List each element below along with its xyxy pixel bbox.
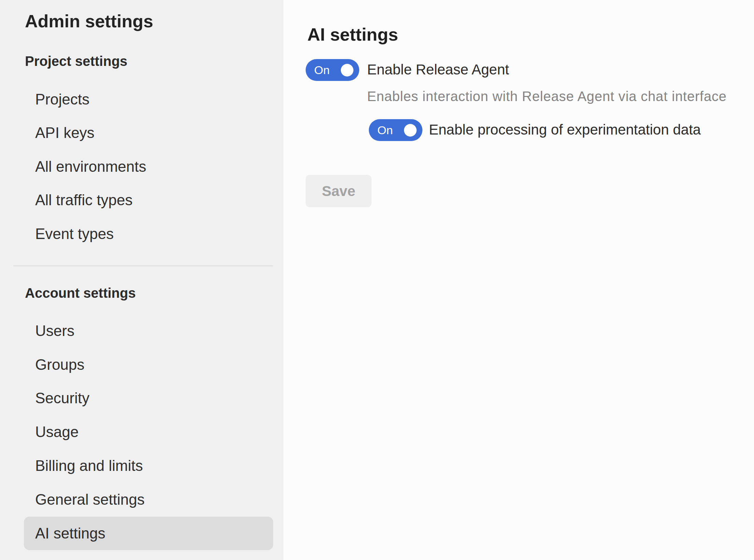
sidebar-item-ai-settings[interactable]: AI settings [24,517,273,550]
enable-experimentation-data-label: Enable processing of experimentation dat… [429,122,701,137]
admin-settings-sidebar: Admin settings Project settings Projects… [0,0,283,560]
sidebar-item-usage[interactable]: Usage [35,424,79,440]
sidebar-item-api-keys[interactable]: API keys [35,125,95,141]
sidebar-section-divider [13,265,273,266]
sidebar-item-all-traffic-types[interactable]: All traffic types [35,192,132,208]
page-title: AI settings [307,25,398,44]
enable-release-agent-description: Enables interaction with Release Agent v… [367,89,727,103]
sidebar-item-general-settings[interactable]: General settings [35,491,144,508]
toggle-state-label: On [314,64,330,76]
toggle-knob [404,124,417,137]
save-button[interactable]: Save [306,175,372,207]
enable-release-agent-toggle[interactable]: On [306,59,359,81]
sidebar-item-projects[interactable]: Projects [35,91,89,108]
save-button-label: Save [322,183,355,199]
section-header-account-settings: Account settings [25,285,136,300]
sidebar-item-label: AI settings [35,525,105,542]
toggle-state-label: On [377,124,393,136]
sidebar-item-event-types[interactable]: Event types [35,226,114,242]
enable-release-agent-label: Enable Release Agent [367,62,509,77]
sidebar-item-all-environments[interactable]: All environments [35,158,146,175]
enable-experimentation-data-toggle[interactable]: On [369,119,422,141]
section-header-project-settings: Project settings [25,54,127,69]
toggle-knob [341,64,353,76]
sidebar-item-billing-and-limits[interactable]: Billing and limits [35,458,143,474]
sidebar-item-security[interactable]: Security [35,390,89,406]
sidebar-title: Admin settings [25,12,153,31]
sidebar-item-users[interactable]: Users [35,323,74,339]
sidebar-item-groups[interactable]: Groups [35,356,84,373]
